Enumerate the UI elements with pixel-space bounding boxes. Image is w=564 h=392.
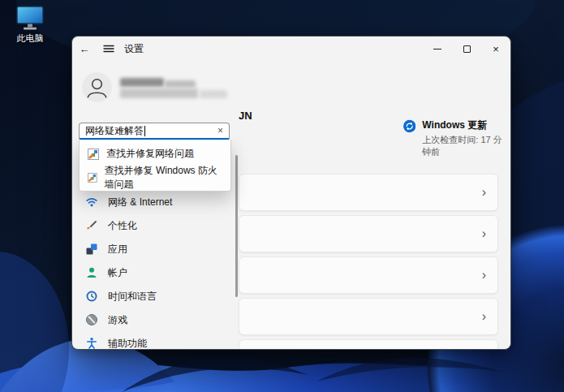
- troubleshoot-icon: [88, 149, 99, 160]
- settings-cards: › › › ›: [239, 174, 498, 350]
- maximize-button[interactable]: [452, 37, 481, 61]
- search-suggestions-dropdown: 查找并修复网络问题 查找并修复 Windows 防火墙问题: [79, 140, 231, 192]
- search-clear-icon[interactable]: ×: [217, 125, 223, 136]
- desktop-icon-label: 此电脑: [5, 32, 55, 45]
- minimize-icon: [433, 49, 441, 50]
- settings-card-partial[interactable]: [239, 339, 498, 350]
- sidebar-item-accounts[interactable]: 帐户: [72, 261, 235, 284]
- sidebar-item-label: 游戏: [108, 313, 127, 327]
- titlebar: ← 设置 ×: [72, 37, 510, 61]
- wifi-icon: [85, 196, 98, 209]
- chevron-right-icon: ›: [482, 227, 486, 240]
- minimize-button[interactable]: [423, 37, 452, 61]
- sync-icon: [403, 119, 415, 133]
- monitor-icon: [16, 6, 44, 31]
- suggestion-fix-network[interactable]: 查找并修复网络问题: [80, 142, 230, 166]
- sidebar-item-label: 辅助功能: [108, 337, 147, 351]
- user-icon: [82, 72, 112, 103]
- hamburger-icon: [102, 42, 115, 55]
- chevron-right-icon: ›: [482, 186, 486, 199]
- sidebar-item-label: 个性化: [108, 219, 137, 233]
- accessibility-icon: [85, 337, 98, 350]
- settings-card[interactable]: ›: [239, 256, 498, 294]
- suggestion-label: 查找并修复网络问题: [106, 147, 194, 161]
- sidebar-item-time-language[interactable]: 时间和语言: [72, 285, 235, 308]
- close-button[interactable]: ×: [481, 37, 510, 61]
- update-title: Windows 更新: [422, 118, 510, 132]
- search-input[interactable]: 网络疑难解答 ×: [79, 123, 230, 140]
- suggestion-label: 查找并修复 Windows 防火墙问题: [105, 164, 222, 192]
- user-email-redacted: [120, 88, 198, 98]
- sidebar-item-label: 时间和语言: [108, 290, 157, 304]
- search-value: 网络疑难解答: [85, 124, 144, 138]
- text-caret: [144, 126, 145, 136]
- desktop-icon-this-pc[interactable]: 此电脑: [5, 6, 55, 45]
- settings-window: ← 设置 × 网络疑难解答 ×: [71, 36, 511, 350]
- user-name-redacted: [120, 78, 164, 87]
- windows-update-status[interactable]: Windows 更新 上次检查时间: 17 分钟前: [403, 118, 510, 158]
- gamepad-icon: [85, 313, 98, 326]
- sidebar-item-apps[interactable]: 应用: [72, 238, 235, 261]
- sidebar-scrollbar[interactable]: [235, 155, 238, 297]
- window-controls: ×: [423, 37, 510, 61]
- settings-sidebar: 网络 & Internet 个性化 应用 帐户: [72, 191, 235, 350]
- maximize-icon: [463, 45, 471, 53]
- person-icon: [85, 266, 98, 279]
- sidebar-item-label: 帐户: [108, 266, 127, 280]
- user-name-redacted: [165, 80, 196, 88]
- device-name-heading: JN: [239, 110, 252, 122]
- settings-card[interactable]: ›: [239, 215, 498, 252]
- hamburger-menu-button[interactable]: [97, 37, 121, 61]
- settings-card[interactable]: ›: [239, 174, 498, 211]
- settings-card[interactable]: ›: [239, 298, 498, 335]
- avatar[interactable]: [82, 72, 112, 102]
- update-last-checked: 上次检查时间: 17 分钟前: [422, 134, 510, 158]
- user-email-redacted: [200, 90, 227, 98]
- sidebar-item-label: 应用: [108, 243, 127, 256]
- sidebar-item-label: 网络 & Internet: [108, 196, 172, 209]
- sidebar-item-gaming[interactable]: 游戏: [72, 308, 235, 331]
- back-button[interactable]: ←: [72, 37, 97, 61]
- window-title: 设置: [124, 42, 144, 56]
- troubleshoot-icon: [88, 172, 97, 183]
- sidebar-item-network[interactable]: 网络 & Internet: [72, 191, 235, 213]
- sidebar-item-accessibility[interactable]: 辅助功能: [72, 332, 235, 350]
- suggestion-fix-firewall[interactable]: 查找并修复 Windows 防火墙问题: [80, 166, 230, 189]
- brush-icon: [85, 219, 98, 232]
- sidebar-item-personalization[interactable]: 个性化: [72, 214, 235, 237]
- chevron-right-icon: ›: [482, 310, 486, 323]
- chevron-right-icon: ›: [482, 269, 486, 282]
- clock-icon: [85, 290, 98, 303]
- apps-icon: [85, 243, 98, 256]
